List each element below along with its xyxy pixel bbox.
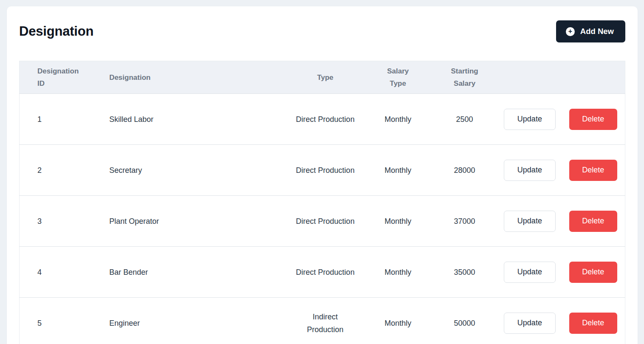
cell-designation-id: 4	[20, 247, 105, 298]
update-button[interactable]: Update	[504, 262, 556, 283]
table-header: Designation ID Designation Type Salary T…	[20, 61, 625, 94]
page-title: Designation	[19, 24, 93, 39]
cell-designation-id: 2	[20, 145, 105, 196]
update-button[interactable]: Update	[504, 313, 556, 334]
header-update-actions	[498, 61, 562, 94]
add-new-button[interactable]: + Add New	[556, 20, 625, 42]
delete-button[interactable]: Delete	[569, 160, 617, 181]
table-row: 2 Secretary Direct Production Monthly 28…	[20, 145, 625, 196]
cell-salary-type: Monthly	[364, 196, 431, 247]
cell-starting-salary: 50000	[431, 298, 498, 344]
update-button[interactable]: Update	[504, 109, 556, 130]
header-designation: Designation	[104, 61, 286, 94]
cell-designation: Bar Bender	[104, 247, 286, 298]
update-button[interactable]: Update	[504, 160, 556, 181]
cell-designation-id: 1	[20, 94, 105, 145]
table-row: 1 Skilled Labor Direct Production Monthl…	[20, 94, 625, 145]
header-row: Designation ID Designation Type Salary T…	[20, 61, 625, 94]
cell-salary-type: Monthly	[364, 145, 431, 196]
table-row: 5 Engineer Indirect Production Monthly 5…	[20, 298, 625, 344]
header-delete-actions	[562, 61, 625, 94]
delete-button[interactable]: Delete	[569, 262, 617, 283]
cell-starting-salary: 28000	[431, 145, 498, 196]
delete-button[interactable]: Delete	[569, 313, 617, 334]
cell-salary-type: Monthly	[364, 247, 431, 298]
table-body: 1 Skilled Labor Direct Production Monthl…	[20, 94, 625, 344]
cell-salary-type: Monthly	[364, 298, 431, 344]
cell-designation: Plant Operator	[104, 196, 286, 247]
table-row: 4 Bar Bender Direct Production Monthly 3…	[20, 247, 625, 298]
add-new-label: Add New	[580, 27, 614, 36]
cell-type: Direct Production	[286, 196, 364, 247]
cell-designation: Engineer	[104, 298, 286, 344]
cell-salary-type: Monthly	[364, 94, 431, 145]
cell-designation: Secretary	[104, 145, 286, 196]
update-button[interactable]: Update	[504, 211, 556, 232]
cell-starting-salary: 37000	[431, 196, 498, 247]
header-type: Type	[286, 61, 364, 94]
cell-designation-id: 3	[20, 196, 105, 247]
delete-button[interactable]: Delete	[569, 211, 617, 232]
cell-starting-salary: 2500	[431, 94, 498, 145]
card-header: Designation + Add New	[19, 20, 625, 42]
cell-starting-salary: 35000	[431, 247, 498, 298]
table-row: 3 Plant Operator Direct Production Month…	[20, 196, 625, 247]
header-starting-salary: Starting Salary	[431, 61, 498, 94]
cell-type: Direct Production	[286, 94, 364, 145]
cell-type: Direct Production	[286, 145, 364, 196]
designation-card: Designation + Add New Designation ID Des…	[7, 6, 638, 344]
cell-type: Direct Production	[286, 247, 364, 298]
delete-button[interactable]: Delete	[569, 109, 617, 130]
plus-circle-icon: +	[566, 27, 575, 36]
cell-designation: Skilled Labor	[104, 94, 286, 145]
header-salary-type: Salary Type	[364, 61, 431, 94]
designation-table: Designation ID Designation Type Salary T…	[19, 61, 625, 344]
header-designation-id: Designation ID	[20, 61, 105, 94]
cell-type: Indirect Production	[286, 298, 364, 344]
cell-designation-id: 5	[20, 298, 105, 344]
